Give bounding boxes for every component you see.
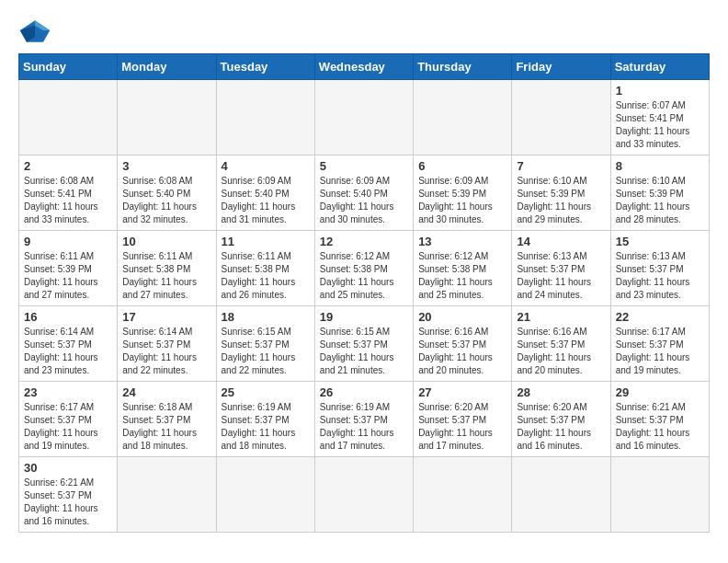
calendar-cell: 9Sunrise: 6:11 AMSunset: 5:39 PMDaylight…	[19, 231, 118, 306]
day-info: Sunrise: 6:13 AMSunset: 5:37 PMDaylight:…	[517, 250, 605, 302]
calendar-cell: 24Sunrise: 6:18 AMSunset: 5:37 PMDayligh…	[118, 382, 216, 457]
calendar-cell	[216, 457, 314, 533]
calendar-cell: 16Sunrise: 6:14 AMSunset: 5:37 PMDayligh…	[19, 306, 118, 382]
day-number: 15	[616, 235, 704, 248]
day-number: 8	[616, 159, 704, 173]
day-number: 2	[24, 159, 112, 173]
calendar-cell: 14Sunrise: 6:13 AMSunset: 5:37 PMDayligh…	[512, 231, 610, 306]
weekday-header-monday: Monday	[118, 54, 216, 80]
day-info: Sunrise: 6:08 AMSunset: 5:41 PMDaylight:…	[24, 175, 112, 226]
day-info: Sunrise: 6:07 AMSunset: 5:41 PMDaylight:…	[616, 99, 704, 151]
day-number: 10	[122, 235, 210, 248]
weekday-header-friday: Friday	[512, 54, 610, 80]
day-info: Sunrise: 6:15 AMSunset: 5:37 PMDaylight:…	[222, 326, 310, 377]
day-number: 4	[222, 159, 310, 173]
day-number: 17	[122, 310, 210, 324]
calendar-cell: 8Sunrise: 6:10 AMSunset: 5:39 PMDaylight…	[610, 155, 709, 231]
calendar-cell: 20Sunrise: 6:16 AMSunset: 5:37 PMDayligh…	[414, 306, 512, 382]
day-number: 3	[122, 159, 210, 173]
day-number: 6	[418, 159, 506, 173]
weekday-header-row: SundayMondayTuesdayWednesdayThursdayFrid…	[19, 54, 710, 80]
calendar-cell	[216, 80, 314, 155]
day-number: 13	[418, 235, 506, 248]
day-info: Sunrise: 6:13 AMSunset: 5:37 PMDaylight:…	[616, 250, 704, 302]
logo-icon	[18, 18, 51, 44]
page-header	[18, 18, 710, 44]
day-info: Sunrise: 6:10 AMSunset: 5:39 PMDaylight:…	[616, 175, 704, 226]
weekday-header-tuesday: Tuesday	[216, 54, 314, 80]
day-number: 26	[320, 385, 408, 399]
calendar-cell: 1Sunrise: 6:07 AMSunset: 5:41 PMDaylight…	[610, 80, 709, 155]
calendar-cell: 17Sunrise: 6:14 AMSunset: 5:37 PMDayligh…	[118, 306, 216, 382]
calendar-cell	[414, 457, 512, 533]
calendar-cell	[512, 80, 610, 155]
day-info: Sunrise: 6:15 AMSunset: 5:37 PMDaylight:…	[320, 326, 408, 377]
day-number: 25	[222, 385, 310, 399]
weekday-header-thursday: Thursday	[414, 54, 512, 80]
logo	[18, 18, 57, 44]
day-number: 23	[24, 385, 112, 399]
day-number: 21	[517, 310, 605, 324]
calendar-cell: 11Sunrise: 6:11 AMSunset: 5:38 PMDayligh…	[216, 231, 314, 306]
day-number: 18	[222, 310, 310, 324]
calendar-cell: 13Sunrise: 6:12 AMSunset: 5:38 PMDayligh…	[414, 231, 512, 306]
calendar-cell: 23Sunrise: 6:17 AMSunset: 5:37 PMDayligh…	[19, 382, 118, 457]
day-number: 19	[320, 310, 408, 324]
day-number: 30	[24, 461, 112, 475]
day-info: Sunrise: 6:19 AMSunset: 5:37 PMDaylight:…	[320, 401, 408, 453]
day-info: Sunrise: 6:19 AMSunset: 5:37 PMDaylight:…	[222, 401, 310, 453]
calendar-cell: 2Sunrise: 6:08 AMSunset: 5:41 PMDaylight…	[19, 155, 118, 231]
calendar-cell	[512, 457, 610, 533]
calendar-cell	[414, 80, 512, 155]
day-info: Sunrise: 6:09 AMSunset: 5:40 PMDaylight:…	[222, 175, 310, 226]
calendar-cell: 12Sunrise: 6:12 AMSunset: 5:38 PMDayligh…	[314, 231, 413, 306]
calendar-cell: 15Sunrise: 6:13 AMSunset: 5:37 PMDayligh…	[610, 231, 709, 306]
day-number: 24	[122, 385, 210, 399]
day-number: 20	[418, 310, 506, 324]
calendar-cell: 21Sunrise: 6:16 AMSunset: 5:37 PMDayligh…	[512, 306, 610, 382]
day-info: Sunrise: 6:09 AMSunset: 5:39 PMDaylight:…	[418, 175, 506, 226]
day-info: Sunrise: 6:20 AMSunset: 5:37 PMDaylight:…	[517, 401, 605, 453]
day-info: Sunrise: 6:18 AMSunset: 5:37 PMDaylight:…	[122, 401, 210, 453]
calendar-cell: 29Sunrise: 6:21 AMSunset: 5:37 PMDayligh…	[610, 382, 709, 457]
day-number: 1	[616, 84, 704, 98]
calendar-cell	[314, 457, 413, 533]
day-info: Sunrise: 6:12 AMSunset: 5:38 PMDaylight:…	[320, 250, 408, 302]
calendar-week-3: 9Sunrise: 6:11 AMSunset: 5:39 PMDaylight…	[19, 231, 710, 306]
calendar-cell	[314, 80, 413, 155]
calendar: SundayMondayTuesdayWednesdayThursdayFrid…	[18, 53, 710, 533]
day-info: Sunrise: 6:21 AMSunset: 5:37 PMDaylight:…	[24, 477, 112, 528]
day-info: Sunrise: 6:09 AMSunset: 5:40 PMDaylight:…	[320, 175, 408, 226]
day-number: 28	[517, 385, 605, 399]
day-number: 5	[320, 159, 408, 173]
day-number: 9	[24, 235, 112, 248]
calendar-cell: 30Sunrise: 6:21 AMSunset: 5:37 PMDayligh…	[19, 457, 118, 533]
day-info: Sunrise: 6:16 AMSunset: 5:37 PMDaylight:…	[418, 326, 506, 377]
weekday-header-saturday: Saturday	[610, 54, 709, 80]
calendar-week-5: 23Sunrise: 6:17 AMSunset: 5:37 PMDayligh…	[19, 382, 710, 457]
day-info: Sunrise: 6:17 AMSunset: 5:37 PMDaylight:…	[616, 326, 704, 377]
calendar-cell: 10Sunrise: 6:11 AMSunset: 5:38 PMDayligh…	[118, 231, 216, 306]
calendar-week-6: 30Sunrise: 6:21 AMSunset: 5:37 PMDayligh…	[19, 457, 710, 533]
day-number: 22	[616, 310, 704, 324]
weekday-header-sunday: Sunday	[19, 54, 118, 80]
calendar-cell: 26Sunrise: 6:19 AMSunset: 5:37 PMDayligh…	[314, 382, 413, 457]
calendar-week-4: 16Sunrise: 6:14 AMSunset: 5:37 PMDayligh…	[19, 306, 710, 382]
day-number: 29	[616, 385, 704, 399]
calendar-cell	[118, 80, 216, 155]
day-info: Sunrise: 6:21 AMSunset: 5:37 PMDaylight:…	[616, 401, 704, 453]
calendar-cell	[118, 457, 216, 533]
day-info: Sunrise: 6:16 AMSunset: 5:37 PMDaylight:…	[517, 326, 605, 377]
day-info: Sunrise: 6:11 AMSunset: 5:39 PMDaylight:…	[24, 250, 112, 302]
calendar-week-1: 1Sunrise: 6:07 AMSunset: 5:41 PMDaylight…	[19, 80, 710, 155]
day-info: Sunrise: 6:20 AMSunset: 5:37 PMDaylight:…	[418, 401, 506, 453]
day-info: Sunrise: 6:11 AMSunset: 5:38 PMDaylight:…	[122, 250, 210, 302]
calendar-cell: 4Sunrise: 6:09 AMSunset: 5:40 PMDaylight…	[216, 155, 314, 231]
calendar-week-2: 2Sunrise: 6:08 AMSunset: 5:41 PMDaylight…	[19, 155, 710, 231]
calendar-cell: 3Sunrise: 6:08 AMSunset: 5:40 PMDaylight…	[118, 155, 216, 231]
day-info: Sunrise: 6:11 AMSunset: 5:38 PMDaylight:…	[222, 250, 310, 302]
calendar-cell: 28Sunrise: 6:20 AMSunset: 5:37 PMDayligh…	[512, 382, 610, 457]
day-info: Sunrise: 6:14 AMSunset: 5:37 PMDaylight:…	[122, 326, 210, 377]
day-info: Sunrise: 6:08 AMSunset: 5:40 PMDaylight:…	[122, 175, 210, 226]
day-number: 16	[24, 310, 112, 324]
